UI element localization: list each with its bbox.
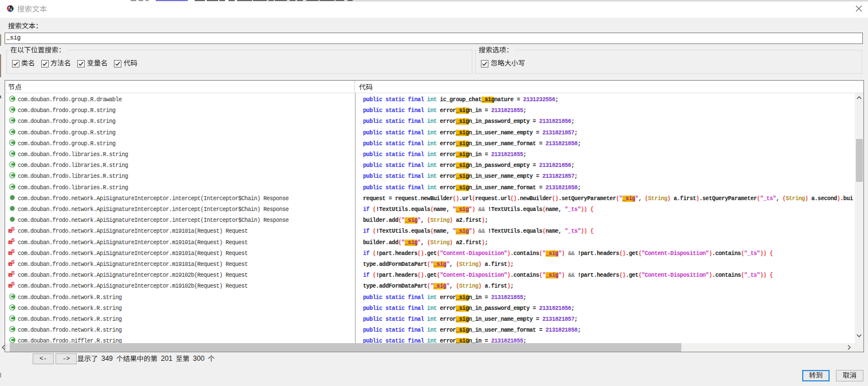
svg-text:S: S [11, 270, 15, 276]
svg-text:S: S [11, 281, 15, 286]
svg-text:S: S [11, 237, 15, 243]
svg-text:S: S [11, 259, 15, 265]
svg-text:S: S [11, 226, 15, 232]
svg-text:S: S [11, 248, 15, 254]
